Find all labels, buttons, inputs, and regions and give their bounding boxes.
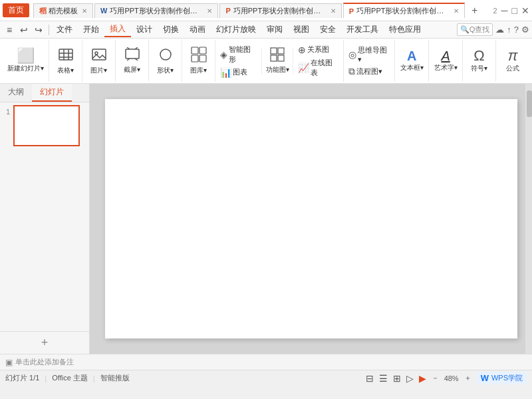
table-icon	[58, 47, 74, 65]
main-area: 大纲 幻灯片 1 +	[0, 84, 532, 354]
svg-rect-18	[278, 48, 284, 54]
slides-tab[interactable]: 幻灯片	[32, 84, 72, 102]
tab-template[interactable]: 稻 稻壳模板 ✕	[33, 3, 93, 18]
normal-view-icon[interactable]: ⊟	[366, 373, 374, 384]
menu-tab-review[interactable]: 审阅	[261, 23, 288, 37]
reading-view-icon[interactable]: ▷	[406, 373, 414, 384]
svg-rect-13	[192, 47, 198, 54]
hamburger-icon[interactable]: ≡	[3, 23, 16, 37]
outline-view-icon[interactable]: ☰	[379, 373, 388, 384]
menu-tab-view[interactable]: 视图	[288, 23, 315, 37]
menu-tab-start[interactable]: 开始	[78, 23, 104, 37]
screenshot-icon	[124, 47, 140, 65]
new-slide-button[interactable]: ⬜ 新建幻灯片▾	[5, 47, 47, 74]
online-chart-button[interactable]: 📈 在线图表	[296, 57, 340, 78]
wps-badge[interactable]: W WPS学院	[477, 372, 527, 384]
outline-tab[interactable]: 大纲	[0, 84, 32, 102]
image-icon	[91, 47, 107, 65]
toolbar-group-shape: 形状▾	[149, 40, 182, 82]
menu-right: 🔍 Q查找 ☁ ↑ ? ⚙	[457, 23, 529, 36]
menu-tab-security[interactable]: 安全	[315, 23, 341, 37]
svg-rect-7	[126, 49, 139, 59]
svg-rect-15	[192, 55, 198, 62]
menu-tab-design[interactable]: 设计	[131, 23, 158, 37]
screenshot-button[interactable]: 截屏▾	[118, 46, 146, 76]
zoom-out-icon[interactable]: －	[432, 373, 439, 383]
mindmap-label: 思维导图▾	[358, 45, 390, 64]
share-icon[interactable]: ↑	[507, 25, 511, 35]
chartlib-button[interactable]: 图库▾	[185, 45, 213, 76]
tab-docx[interactable]: W 巧用PPT形状分割制作创意图片.docx ✕	[94, 3, 218, 18]
ai-label[interactable]: 智能推版	[100, 373, 130, 383]
canvas-area[interactable]	[90, 84, 532, 354]
slide-item: 1	[3, 105, 86, 146]
toolbar-group-formula: π 公式	[496, 40, 529, 82]
symbol-label: 符号▾	[471, 64, 487, 73]
slide-canvas[interactable]	[105, 99, 517, 338]
symbol-button[interactable]: Ω 符号▾	[466, 47, 493, 74]
notes-icon: ▣	[5, 358, 13, 367]
menu-tab-insert[interactable]: 插入	[104, 22, 131, 37]
shape-button[interactable]: 形状▾	[152, 45, 180, 76]
close-button[interactable]: ✕	[521, 5, 529, 16]
tab-label: 巧用PPT形状分割制作创意图片.pptx	[356, 6, 450, 16]
toolbar-group-image: 图片▾	[82, 40, 116, 82]
svg-rect-16	[200, 55, 206, 62]
slide-thumbnail[interactable]	[13, 105, 80, 146]
word-icon: W	[100, 7, 107, 15]
search-box[interactable]: 🔍 Q查找	[457, 23, 493, 36]
chart-button[interactable]: 📊 图表	[218, 66, 259, 78]
svg-rect-17	[271, 48, 277, 54]
undo-icon[interactable]: ↩	[17, 23, 31, 37]
minimize-button[interactable]: ─	[501, 5, 508, 16]
add-slide-button[interactable]: +	[0, 331, 89, 354]
image-label: 图片▾	[90, 66, 107, 75]
scroll-bar[interactable]	[525, 84, 532, 354]
tab-close-icon[interactable]: ✕	[82, 7, 87, 15]
slideshow-icon[interactable]: ▶	[419, 373, 426, 384]
slide-sorter-icon[interactable]: ⊞	[393, 373, 401, 384]
redo-icon[interactable]: ↪	[32, 23, 45, 37]
svg-rect-0	[59, 49, 72, 60]
slide-list: 1	[0, 102, 89, 331]
textbox-button[interactable]: A 文本框▾	[398, 48, 426, 74]
toolbar-group-chartlib: 图库▾	[182, 40, 215, 82]
toolbar-group-function: ◈ 智能图形 📊 图表 功能图▾	[215, 40, 344, 82]
menu-tab-file[interactable]: 文件	[51, 23, 78, 37]
menu-tab-devtools[interactable]: 开发工具	[341, 23, 384, 37]
menu-tab-special[interactable]: 特色应用	[384, 23, 426, 37]
image-button[interactable]: 图片▾	[85, 45, 113, 76]
menu-tab-slideshow[interactable]: 幻灯片放映	[211, 23, 261, 37]
menu-tab-animation[interactable]: 动画	[184, 23, 211, 37]
tab-pptx1[interactable]: P 巧用PPT形状分割制作创意图片.pptx ✕	[219, 3, 341, 18]
formula-button[interactable]: π 公式	[499, 47, 527, 74]
maximize-button[interactable]: □	[512, 5, 517, 16]
menu-tab-transition[interactable]: 切换	[158, 23, 184, 37]
flowchart-button[interactable]: ⧉ 流程图▾	[346, 65, 392, 78]
window-controls: 2 ─ □ ✕	[493, 5, 529, 16]
home-button[interactable]: 首页	[3, 3, 29, 17]
table-button[interactable]: 表格▾	[52, 45, 80, 76]
notes-bar[interactable]: ▣ 单击此处添加备注	[0, 354, 532, 370]
connection-icon[interactable]: ☁	[495, 25, 504, 35]
toolbar-group-new-slide: ⬜ 新建幻灯片▾	[3, 40, 49, 82]
arttext-button[interactable]: A 艺术字▾	[432, 48, 460, 74]
smart-shape-icon: ◈	[220, 49, 227, 60]
mindmap-icon: ◎	[348, 49, 356, 60]
tab-close-icon[interactable]: ✕	[331, 7, 336, 15]
menu-bar: ≡ ↩ ↪ 文件 开始 插入 设计 切换 动画 幻灯片放映 审阅 视图 安全 开…	[0, 21, 532, 39]
smart-shape-button[interactable]: ◈ 智能图形	[218, 44, 259, 65]
zoom-in-icon[interactable]: ＋	[464, 373, 471, 383]
toolbar-group-symbol: Ω 符号▾	[463, 40, 496, 82]
tab-close-icon2[interactable]: ✕	[454, 7, 459, 15]
function-button[interactable]: 功能图▾	[261, 47, 293, 74]
help-icon[interactable]: ?	[514, 25, 519, 35]
tab-close-icon[interactable]: ✕	[207, 7, 212, 15]
settings-icon[interactable]: ⚙	[521, 25, 529, 35]
mindmap-button[interactable]: ◎ 思维导图▾	[346, 45, 392, 65]
arttext-label: 艺术字▾	[434, 63, 458, 72]
add-tab-button[interactable]: +	[469, 5, 480, 17]
relation-button[interactable]: ⊕ 关系图	[296, 44, 340, 56]
scroll-thumb[interactable]	[527, 90, 532, 117]
tab-pptx2[interactable]: P 巧用PPT形状分割制作创意图片.pptx ✕	[343, 3, 465, 18]
